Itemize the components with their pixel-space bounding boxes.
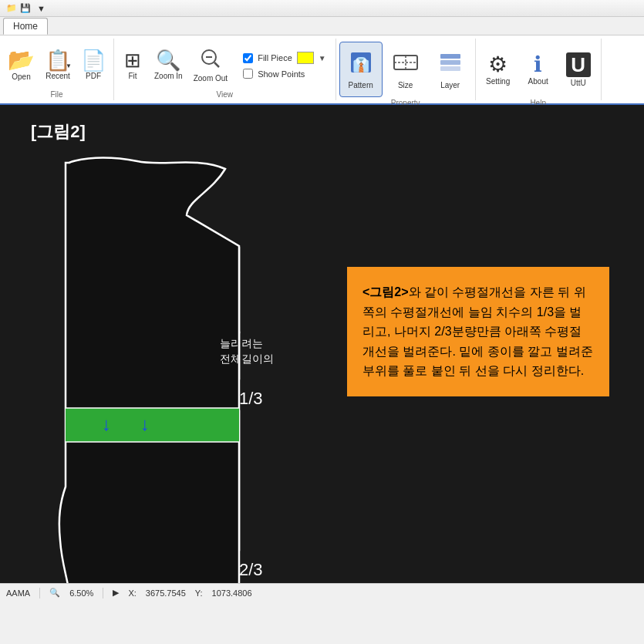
size-button[interactable]: Size [384,42,427,97]
zoom-out-button[interactable]: Zoom Out [189,46,232,84]
status-divider-1 [39,588,40,598]
y-label: Y: [195,588,203,598]
uttu-button[interactable]: U UttU [559,42,598,97]
fit-icon: ⊞ [124,50,141,70]
ribbon-tabs: Home [0,17,644,35]
zoom-icon: 🔍 [49,588,60,598]
fraction-1-3-label: 1/3 [239,389,263,409]
file-group: 📂 Open 📋 Recent ▼ 📄 PDF File [0,39,114,100]
svg-rect-10 [440,66,460,71]
view-group: ⊞ Fit 🔍 Zoom In Zoom Out [114,39,336,100]
annotation-text: 와 같이 수평절개선을 자른 뒤 위쪽의 수평절개선에 늘임 치수의 1/3을 … [362,285,593,377]
help-group-inner: ⚙ Setting ℹ About U UttU [479,42,598,97]
svg-rect-9 [440,60,460,65]
status-bar: AAMA 🔍 6.50% ▶ X: 3675.7545 Y: 1073.4806 [0,583,644,602]
file-group-inner: 📂 Open 📋 Recent ▼ 📄 PDF [3,42,110,89]
svg-line-2 [214,62,219,67]
cursor-icon: ▶ [113,588,119,598]
status-divider-2 [103,588,103,598]
layer-label: Layer [440,81,460,89]
recent-label: Recent [46,72,70,80]
x-value: 3675.7545 [146,588,186,598]
recent-dropdown-arrow: ▼ [66,62,72,69]
open-label: Open [12,72,30,81]
pattern-label: Pattern [349,81,373,89]
pdf-button[interactable]: 📄 PDF [76,49,110,82]
show-points-checkbox[interactable] [243,69,253,79]
title-bar: 📁 💾 ▼ [0,0,644,17]
x-label: X: [128,588,136,598]
size-icon [393,49,419,79]
fill-color-dropdown[interactable]: ▼ [319,54,326,62]
setting-icon: ⚙ [488,54,507,76]
recent-button[interactable]: 📋 Recent ▼ [41,49,75,82]
zoom-in-button[interactable]: 🔍 Zoom In [150,49,187,82]
help-group: ⚙ Setting ℹ About U UttU Help [476,39,602,100]
about-icon: ℹ [534,54,542,76]
zoom-out-label: Zoom Out [194,74,228,83]
svg-text:↓: ↓ [140,413,150,434]
zoom-in-label: Zoom In [154,72,183,80]
y-value: 1073.4806 [212,588,252,598]
canvas-title: [그림2] [31,120,86,143]
property-group-inner: 👔 Pattern Size [339,42,472,97]
fit-label: Fit [128,72,137,80]
tab-home[interactable]: Home [3,18,48,35]
annotation-box: <그림2>와 같이 수평절개선을 자른 뒤 위쪽의 수평절개선에 늘임 치수의 … [347,267,609,396]
svg-text:↓: ↓ [102,413,111,434]
about-button[interactable]: ℹ About [519,42,558,97]
setting-button[interactable]: ⚙ Setting [479,42,518,97]
view-group-inner: ⊞ Fit 🔍 Zoom In Zoom Out [117,42,332,89]
pattern-icon: 👔 [348,49,374,79]
canvas-area: [그림2] ↓ ↓ ↓ ↓ ↓ ↓ ↓ ↓ [0,105,644,583]
zoom-value: 6.50% [69,588,93,598]
zoom-in-icon: 🔍 [156,50,180,70]
ribbon: 📂 Open 📋 Recent ▼ 📄 PDF File ⊞ Fit 🔍 [0,35,644,105]
pdf-label: PDF [86,72,101,80]
zoom-out-svg [200,48,221,69]
open-icon: 📂 [8,49,35,71]
view-options: Fill Piece ▼ Show Points [237,49,332,82]
annotation-bold: <그림2> [362,285,409,298]
uttu-label: UttU [571,79,586,87]
fill-piece-row: Fill Piece ▼ [243,52,326,64]
fraction-2-3-label: 2/3 [239,560,263,580]
property-group: 👔 Pattern Size [336,39,476,100]
svg-rect-8 [440,54,460,59]
korean-label-top: 늘리려는전체길이의 [220,336,297,366]
setting-label: Setting [486,77,510,86]
fit-button[interactable]: ⊞ Fit [117,49,148,82]
zoom-out-icon [200,48,221,72]
show-points-row: Show Points [243,69,305,79]
fill-color-swatch[interactable] [297,52,314,64]
pdf-icon: 📄 [81,50,106,70]
svg-text:👔: 👔 [352,56,370,73]
file-group-label: File [3,89,110,99]
layer-icon [437,49,464,79]
fill-piece-checkbox[interactable] [243,53,253,63]
size-label: Size [398,81,413,89]
open-button[interactable]: 📂 Open [3,48,39,83]
pattern-button[interactable]: 👔 Pattern [339,42,383,97]
app-icon-folder: 📁 [6,3,17,13]
layer-button[interactable]: Layer [429,42,472,97]
app-icon-more: ▼ [37,4,46,13]
svg-rect-16 [66,408,239,442]
view-group-label: View [117,89,332,99]
about-label: About [528,77,548,86]
fill-piece-label: Fill Piece [258,53,292,62]
app-icon-save: 💾 [20,3,31,13]
show-points-label: Show Points [258,69,305,79]
format-label: AAMA [6,588,30,598]
uttu-icon: U [566,52,591,77]
